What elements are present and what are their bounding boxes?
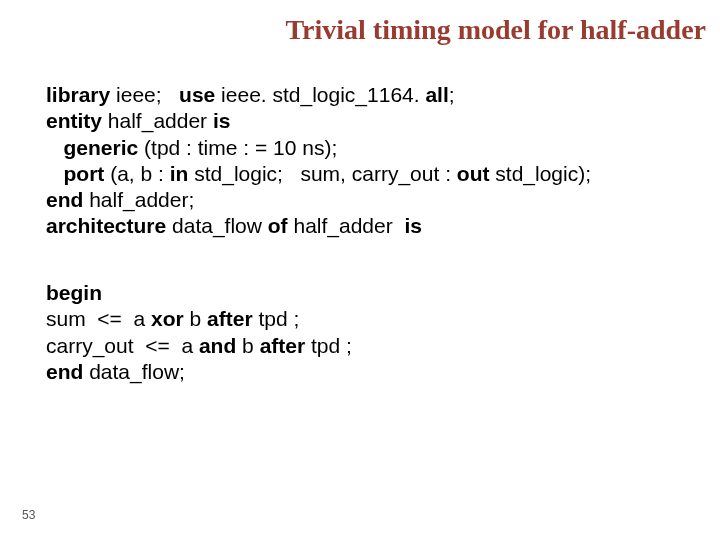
- arch-ent: half_adder: [288, 214, 405, 237]
- kw-architecture: architecture: [46, 214, 166, 237]
- semi: ;: [449, 83, 455, 106]
- carry-rest: tpd ;: [305, 334, 352, 357]
- port-open: (a, b :: [104, 162, 169, 185]
- lib-name: ieee;: [110, 83, 179, 106]
- code-block-2: begin sum <= a xor b after tpd ; carry_o…: [46, 280, 352, 385]
- line-sum: sum <= a: [46, 307, 151, 330]
- carry-mid: b: [236, 334, 259, 357]
- kw-of: of: [268, 214, 288, 237]
- kw-end: end: [46, 360, 83, 383]
- kw-out: out: [457, 162, 490, 185]
- kw-use: use: [179, 83, 215, 106]
- port-mid: std_logic; sum, carry_out :: [188, 162, 456, 185]
- slide: Trivial timing model for half-adder libr…: [0, 0, 720, 540]
- arch-name: data_flow: [166, 214, 268, 237]
- kw-entity: entity: [46, 109, 102, 132]
- kw-after: after: [207, 307, 253, 330]
- kw-xor: xor: [151, 307, 184, 330]
- port-close: std_logic);: [489, 162, 591, 185]
- kw-after: after: [260, 334, 306, 357]
- kw-in: in: [170, 162, 189, 185]
- end2-rest: data_flow;: [83, 360, 185, 383]
- sum-rest: tpd ;: [253, 307, 300, 330]
- indent: [46, 162, 64, 185]
- kw-generic: generic: [64, 136, 139, 159]
- kw-is: is: [213, 109, 231, 132]
- kw-library: library: [46, 83, 110, 106]
- use-rest: ieee. std_logic_1164.: [215, 83, 425, 106]
- indent: [46, 136, 64, 159]
- gen-args: (tpd : time : = 10 ns);: [138, 136, 337, 159]
- ent-name: half_adder: [102, 109, 213, 132]
- kw-all: all: [425, 83, 448, 106]
- code-block-1: library ieee; use ieee. std_logic_1164. …: [46, 82, 591, 240]
- kw-and: and: [199, 334, 236, 357]
- line-carry: carry_out <= a: [46, 334, 199, 357]
- slide-title: Trivial timing model for half-adder: [286, 14, 707, 46]
- kw-is2: is: [404, 214, 422, 237]
- page-number: 53: [22, 508, 35, 522]
- end1-rest: half_adder;: [83, 188, 194, 211]
- kw-port: port: [64, 162, 105, 185]
- sum-mid: b: [184, 307, 207, 330]
- kw-begin: begin: [46, 281, 102, 304]
- kw-end: end: [46, 188, 83, 211]
